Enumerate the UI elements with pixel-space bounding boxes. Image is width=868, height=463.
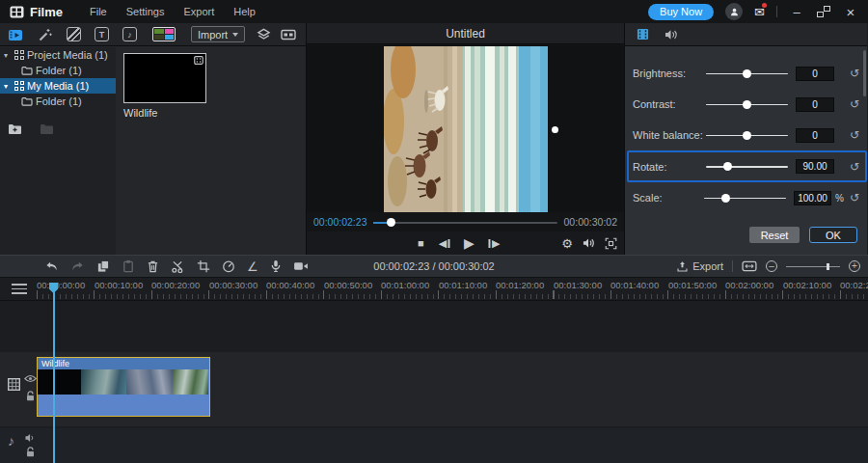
buy-now-button[interactable]: Buy Now (648, 4, 714, 20)
split-screen-icon[interactable] (281, 28, 296, 41)
preview-volume-icon[interactable] (583, 237, 595, 249)
voiceover-mic-icon[interactable] (270, 259, 282, 273)
previous-frame-button[interactable]: ◀ (439, 237, 449, 250)
contrast-slider[interactable] (706, 99, 788, 109)
chevron-down-icon (232, 33, 238, 37)
templates-tab-icon[interactable] (152, 27, 176, 41)
white-balance-reset-icon[interactable]: ↺ (850, 128, 859, 142)
media-thumbnail-wildlife[interactable] (123, 53, 206, 103)
preview-settings-gear-icon[interactable]: ⚙ (561, 236, 573, 251)
brightness-reset-icon[interactable]: ↺ (850, 67, 859, 80)
menubar: File Settings Export Help (90, 6, 256, 17)
rotate-value[interactable]: 90.00 (796, 159, 834, 174)
rotate-reset-icon[interactable]: ↺ (850, 160, 859, 174)
ruler-label: 00:01:20:00 (496, 280, 544, 290)
video-adjust-tab-icon[interactable] (637, 28, 649, 41)
transitions-tab-icon[interactable] (67, 27, 81, 41)
scale-reset-icon[interactable]: ↺ (850, 191, 859, 204)
timeline[interactable]: 00:00:00:00 00:00:10:00 00:00:20:00 00:0… (0, 278, 868, 463)
white-balance-value[interactable]: 0 (796, 128, 834, 143)
contrast-value[interactable]: 0 (796, 97, 834, 112)
minimize-button[interactable]: – (789, 5, 804, 19)
redo-icon[interactable] (70, 259, 85, 273)
layers-icon[interactable] (257, 27, 271, 41)
export-button[interactable]: Export (676, 260, 723, 273)
panel-scrollbar[interactable] (863, 50, 866, 96)
track-visibility-eye-icon[interactable] (24, 374, 37, 383)
crop-icon[interactable] (197, 259, 210, 273)
menu-file[interactable]: File (90, 6, 107, 17)
audio-tab-icon[interactable]: ♪ (122, 27, 137, 41)
copy-icon[interactable] (96, 259, 110, 273)
tree-expand-icon[interactable]: ▾ (4, 82, 12, 91)
slider-knob[interactable] (743, 69, 751, 78)
audio-track-lock-icon[interactable] (25, 447, 36, 457)
ruler-label: 00:00:30:00 (209, 280, 258, 290)
tree-item-project-media[interactable]: ▾ Project Media (1) (0, 47, 116, 63)
ok-button[interactable]: OK (809, 227, 857, 243)
tree-expand-icon[interactable]: ▾ (4, 51, 12, 60)
brightness-value[interactable]: 0 (796, 67, 834, 81)
brightness-label: Brightness: (633, 68, 706, 79)
stop-button[interactable]: ■ (418, 237, 424, 249)
tree-item-folder-1[interactable]: Folder (1) (0, 63, 116, 78)
delete-folder-icon[interactable] (40, 123, 54, 135)
track-mute-speaker-icon[interactable] (24, 433, 37, 443)
scale-label: Scale: (633, 192, 704, 204)
contrast-reset-icon[interactable]: ↺ (850, 97, 859, 111)
record-camera-icon[interactable] (293, 260, 309, 272)
tree-item-folder-2[interactable]: Folder (1) (0, 94, 116, 109)
timeline-zoom-slider[interactable] (786, 263, 840, 270)
tree-item-label: Folder (1) (36, 95, 82, 107)
slider-knob[interactable] (743, 131, 751, 140)
slider-knob[interactable] (743, 100, 751, 109)
brightness-slider[interactable] (706, 68, 788, 78)
scale-slider[interactable] (704, 193, 786, 203)
export-icon (676, 260, 689, 273)
fullscreen-icon[interactable] (605, 237, 617, 250)
rotate-slider[interactable] (706, 162, 788, 172)
slider-knob[interactable] (721, 194, 730, 203)
seek-knob[interactable] (387, 218, 395, 227)
playhead-line[interactable] (53, 289, 55, 463)
speed-icon[interactable] (222, 259, 235, 273)
notification-dot (762, 3, 767, 8)
undo-icon[interactable] (44, 259, 59, 273)
media-tab-icon[interactable] (8, 27, 24, 42)
track-menu-icon[interactable] (12, 284, 27, 297)
split-scissors-icon[interactable] (171, 260, 185, 273)
audio-track[interactable] (0, 428, 868, 463)
timeline-clip-wildlife[interactable]: Wildlife (37, 357, 210, 417)
zoom-out-icon[interactable]: – (766, 260, 777, 272)
zoom-in-icon[interactable]: + (849, 260, 860, 272)
account-icon[interactable] (725, 3, 743, 20)
preview-seek-bar[interactable] (373, 218, 556, 227)
slider-knob[interactable] (723, 162, 732, 171)
preview-viewport[interactable] (307, 45, 624, 212)
zoom-knob[interactable] (827, 263, 829, 270)
timeline-ruler[interactable]: 00:00:00:00 00:00:10:00 00:00:20:00 00:0… (0, 278, 868, 301)
mail-icon[interactable]: ✉ (754, 5, 765, 19)
rotated-video-frame[interactable] (384, 46, 548, 212)
effects-tab-icon[interactable] (38, 27, 53, 42)
text-tab-icon[interactable]: T (95, 27, 109, 41)
paste-icon[interactable] (122, 259, 135, 273)
import-dropdown[interactable]: Import (191, 26, 245, 42)
close-button[interactable]: × (843, 4, 858, 20)
fit-timeline-icon[interactable] (742, 260, 757, 272)
delete-icon[interactable] (147, 259, 159, 273)
white-balance-slider[interactable] (706, 130, 788, 140)
menu-help[interactable]: Help (233, 6, 256, 17)
scale-value[interactable]: 100.00 (794, 191, 831, 205)
next-frame-button[interactable]: ▶ (489, 237, 500, 250)
menu-settings[interactable]: Settings (126, 6, 165, 17)
reset-button[interactable]: Reset (749, 227, 800, 243)
video-track-lock-icon[interactable] (25, 391, 36, 401)
play-button[interactable]: ▶ (464, 235, 475, 251)
audio-adjust-tab-icon[interactable] (665, 29, 678, 41)
tree-item-my-media-selected[interactable]: ▾ My Media (1) (0, 78, 116, 94)
rotate-handle[interactable] (552, 126, 558, 133)
add-folder-icon[interactable] (8, 123, 22, 135)
angle-icon[interactable]: ∠ (247, 259, 258, 274)
menu-export[interactable]: Export (183, 6, 214, 17)
